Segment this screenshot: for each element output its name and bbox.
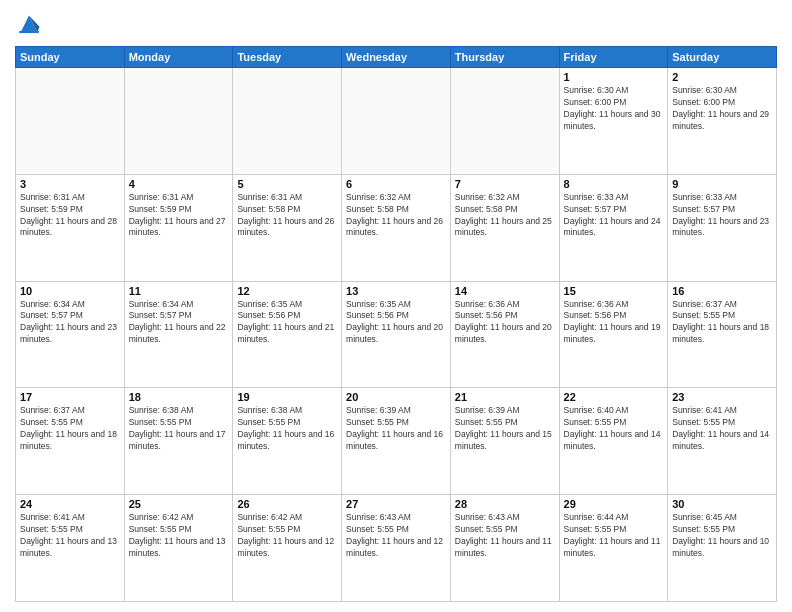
day-number: 13: [346, 285, 446, 297]
day-info: Sunrise: 6:43 AMSunset: 5:55 PMDaylight:…: [455, 512, 555, 560]
day-cell: 14Sunrise: 6:36 AMSunset: 5:56 PMDayligh…: [450, 281, 559, 388]
day-number: 8: [564, 178, 664, 190]
day-info: Sunrise: 6:31 AMSunset: 5:59 PMDaylight:…: [129, 192, 229, 240]
day-info: Sunrise: 6:36 AMSunset: 5:56 PMDaylight:…: [564, 299, 664, 347]
day-cell: 17Sunrise: 6:37 AMSunset: 5:55 PMDayligh…: [16, 388, 125, 495]
day-info: Sunrise: 6:45 AMSunset: 5:55 PMDaylight:…: [672, 512, 772, 560]
day-info: Sunrise: 6:41 AMSunset: 5:55 PMDaylight:…: [20, 512, 120, 560]
day-info: Sunrise: 6:42 AMSunset: 5:55 PMDaylight:…: [237, 512, 337, 560]
day-number: 11: [129, 285, 229, 297]
day-info: Sunrise: 6:38 AMSunset: 5:55 PMDaylight:…: [129, 405, 229, 453]
day-cell: 12Sunrise: 6:35 AMSunset: 5:56 PMDayligh…: [233, 281, 342, 388]
day-number: 5: [237, 178, 337, 190]
day-number: 2: [672, 71, 772, 83]
weekday-tuesday: Tuesday: [233, 47, 342, 68]
day-cell: 2Sunrise: 6:30 AMSunset: 6:00 PMDaylight…: [668, 68, 777, 175]
day-number: 4: [129, 178, 229, 190]
day-info: Sunrise: 6:39 AMSunset: 5:55 PMDaylight:…: [455, 405, 555, 453]
day-cell: 4Sunrise: 6:31 AMSunset: 5:59 PMDaylight…: [124, 174, 233, 281]
day-cell: 18Sunrise: 6:38 AMSunset: 5:55 PMDayligh…: [124, 388, 233, 495]
day-cell: 1Sunrise: 6:30 AMSunset: 6:00 PMDaylight…: [559, 68, 668, 175]
day-cell: 9Sunrise: 6:33 AMSunset: 5:57 PMDaylight…: [668, 174, 777, 281]
day-cell: 22Sunrise: 6:40 AMSunset: 5:55 PMDayligh…: [559, 388, 668, 495]
day-number: 18: [129, 391, 229, 403]
day-number: 1: [564, 71, 664, 83]
day-cell: [16, 68, 125, 175]
day-cell: 8Sunrise: 6:33 AMSunset: 5:57 PMDaylight…: [559, 174, 668, 281]
day-cell: 6Sunrise: 6:32 AMSunset: 5:58 PMDaylight…: [342, 174, 451, 281]
day-info: Sunrise: 6:38 AMSunset: 5:55 PMDaylight:…: [237, 405, 337, 453]
page: SundayMondayTuesdayWednesdayThursdayFrid…: [0, 0, 792, 612]
day-cell: 13Sunrise: 6:35 AMSunset: 5:56 PMDayligh…: [342, 281, 451, 388]
day-cell: 29Sunrise: 6:44 AMSunset: 5:55 PMDayligh…: [559, 495, 668, 602]
day-cell: [233, 68, 342, 175]
day-number: 9: [672, 178, 772, 190]
day-cell: 15Sunrise: 6:36 AMSunset: 5:56 PMDayligh…: [559, 281, 668, 388]
day-number: 27: [346, 498, 446, 510]
day-cell: 10Sunrise: 6:34 AMSunset: 5:57 PMDayligh…: [16, 281, 125, 388]
day-info: Sunrise: 6:31 AMSunset: 5:59 PMDaylight:…: [20, 192, 120, 240]
day-number: 23: [672, 391, 772, 403]
header: [15, 10, 777, 38]
day-info: Sunrise: 6:41 AMSunset: 5:55 PMDaylight:…: [672, 405, 772, 453]
day-info: Sunrise: 6:34 AMSunset: 5:57 PMDaylight:…: [20, 299, 120, 347]
day-cell: 5Sunrise: 6:31 AMSunset: 5:58 PMDaylight…: [233, 174, 342, 281]
day-number: 19: [237, 391, 337, 403]
day-number: 6: [346, 178, 446, 190]
day-info: Sunrise: 6:40 AMSunset: 5:55 PMDaylight:…: [564, 405, 664, 453]
day-number: 3: [20, 178, 120, 190]
day-number: 21: [455, 391, 555, 403]
week-row-2: 3Sunrise: 6:31 AMSunset: 5:59 PMDaylight…: [16, 174, 777, 281]
day-number: 28: [455, 498, 555, 510]
week-row-1: 1Sunrise: 6:30 AMSunset: 6:00 PMDaylight…: [16, 68, 777, 175]
day-cell: 11Sunrise: 6:34 AMSunset: 5:57 PMDayligh…: [124, 281, 233, 388]
day-cell: 27Sunrise: 6:43 AMSunset: 5:55 PMDayligh…: [342, 495, 451, 602]
day-number: 15: [564, 285, 664, 297]
day-info: Sunrise: 6:35 AMSunset: 5:56 PMDaylight:…: [237, 299, 337, 347]
day-number: 7: [455, 178, 555, 190]
day-cell: 26Sunrise: 6:42 AMSunset: 5:55 PMDayligh…: [233, 495, 342, 602]
day-cell: 16Sunrise: 6:37 AMSunset: 5:55 PMDayligh…: [668, 281, 777, 388]
weekday-header-row: SundayMondayTuesdayWednesdayThursdayFrid…: [16, 47, 777, 68]
day-info: Sunrise: 6:32 AMSunset: 5:58 PMDaylight:…: [346, 192, 446, 240]
day-number: 26: [237, 498, 337, 510]
day-cell: 24Sunrise: 6:41 AMSunset: 5:55 PMDayligh…: [16, 495, 125, 602]
day-cell: 21Sunrise: 6:39 AMSunset: 5:55 PMDayligh…: [450, 388, 559, 495]
day-info: Sunrise: 6:30 AMSunset: 6:00 PMDaylight:…: [672, 85, 772, 133]
logo: [15, 10, 45, 38]
day-cell: 23Sunrise: 6:41 AMSunset: 5:55 PMDayligh…: [668, 388, 777, 495]
day-info: Sunrise: 6:44 AMSunset: 5:55 PMDaylight:…: [564, 512, 664, 560]
day-number: 17: [20, 391, 120, 403]
day-info: Sunrise: 6:37 AMSunset: 5:55 PMDaylight:…: [20, 405, 120, 453]
day-cell: 7Sunrise: 6:32 AMSunset: 5:58 PMDaylight…: [450, 174, 559, 281]
day-info: Sunrise: 6:42 AMSunset: 5:55 PMDaylight:…: [129, 512, 229, 560]
day-info: Sunrise: 6:36 AMSunset: 5:56 PMDaylight:…: [455, 299, 555, 347]
weekday-sunday: Sunday: [16, 47, 125, 68]
day-info: Sunrise: 6:37 AMSunset: 5:55 PMDaylight:…: [672, 299, 772, 347]
weekday-monday: Monday: [124, 47, 233, 68]
day-info: Sunrise: 6:35 AMSunset: 5:56 PMDaylight:…: [346, 299, 446, 347]
day-cell: 30Sunrise: 6:45 AMSunset: 5:55 PMDayligh…: [668, 495, 777, 602]
calendar: SundayMondayTuesdayWednesdayThursdayFrid…: [15, 46, 777, 602]
day-info: Sunrise: 6:34 AMSunset: 5:57 PMDaylight:…: [129, 299, 229, 347]
weekday-saturday: Saturday: [668, 47, 777, 68]
day-info: Sunrise: 6:30 AMSunset: 6:00 PMDaylight:…: [564, 85, 664, 133]
week-row-4: 17Sunrise: 6:37 AMSunset: 5:55 PMDayligh…: [16, 388, 777, 495]
day-number: 20: [346, 391, 446, 403]
day-number: 12: [237, 285, 337, 297]
day-number: 16: [672, 285, 772, 297]
day-info: Sunrise: 6:43 AMSunset: 5:55 PMDaylight:…: [346, 512, 446, 560]
day-cell: 28Sunrise: 6:43 AMSunset: 5:55 PMDayligh…: [450, 495, 559, 602]
day-cell: [450, 68, 559, 175]
day-cell: 19Sunrise: 6:38 AMSunset: 5:55 PMDayligh…: [233, 388, 342, 495]
day-info: Sunrise: 6:31 AMSunset: 5:58 PMDaylight:…: [237, 192, 337, 240]
day-cell: [124, 68, 233, 175]
weekday-wednesday: Wednesday: [342, 47, 451, 68]
day-number: 22: [564, 391, 664, 403]
day-cell: [342, 68, 451, 175]
day-info: Sunrise: 6:33 AMSunset: 5:57 PMDaylight:…: [672, 192, 772, 240]
day-number: 30: [672, 498, 772, 510]
week-row-3: 10Sunrise: 6:34 AMSunset: 5:57 PMDayligh…: [16, 281, 777, 388]
day-cell: 25Sunrise: 6:42 AMSunset: 5:55 PMDayligh…: [124, 495, 233, 602]
day-number: 25: [129, 498, 229, 510]
